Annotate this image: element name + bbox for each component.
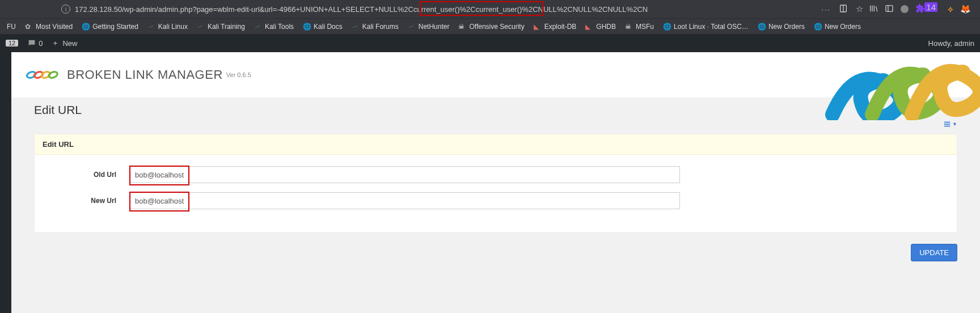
bookmark-kali-tools[interactable]: ⟋Kali Tools <box>251 21 297 32</box>
kali-icon: ⟋ <box>406 21 417 32</box>
update-button[interactable]: UPDATE <box>911 244 957 261</box>
bookmark-loot-linux[interactable]: 🌐Loot Linux · Total OSC… <box>660 21 752 32</box>
chevron-down-icon: ▼ <box>952 121 957 127</box>
list-toggle-icon[interactable]: ▼ <box>943 120 957 128</box>
bookmark-kali-training[interactable]: ⟋Kali Training <box>193 21 248 32</box>
bookmark-fu[interactable]: FU <box>3 21 19 32</box>
info-icon[interactable]: i <box>61 5 70 14</box>
kali-icon: ⟋ <box>196 21 206 32</box>
browser-url-bar: i 172.28.128.50/wp-admin/admin.php?page=… <box>0 0 980 18</box>
wp-admin-bar: 12 0 ＋ New Howdy, admin <box>0 34 980 52</box>
bookmark-most-visited[interactable]: ✿Most Visited <box>22 21 76 32</box>
bookmark-getting-started[interactable]: 🌐Getting Started <box>78 21 142 32</box>
url-highlight-box <box>420 1 543 16</box>
svg-rect-6 <box>886 5 893 11</box>
extensions-icon[interactable]: 14 <box>915 3 941 15</box>
wp-updates-count[interactable]: 12 <box>6 40 18 46</box>
content-area: BROKEN LINK MANAGER Ver 0.6.5 Edit URL ▼… <box>11 52 980 313</box>
reader-icon[interactable] <box>839 4 848 15</box>
wp-howdy[interactable]: Howdy, admin <box>928 39 974 48</box>
bookmark-toolbar: FU ✿Most Visited 🌐Getting Started ⟋Kali … <box>0 18 980 34</box>
plugin-header: BROKEN LINK MANAGER Ver 0.6.5 <box>11 52 980 98</box>
twist-logo-icon <box>810 52 980 120</box>
bookmark-exploit-db[interactable]: ◣Exploit-DB <box>530 21 580 32</box>
plugin-version: Ver 0.6.5 <box>226 71 251 78</box>
bookmark-kali-linux[interactable]: ⟋Kali Linux <box>144 21 191 32</box>
tag-icon: ◣ <box>534 23 542 31</box>
library-icon[interactable] <box>869 4 878 15</box>
kali-icon: ⟋ <box>253 21 264 32</box>
bookmark-ghdb[interactable]: ◣GHDB <box>582 21 619 32</box>
circle-icon[interactable] <box>901 5 909 13</box>
bookmark-nethunter[interactable]: ⟋NetHunter <box>404 21 453 32</box>
bookmark-kali-docs[interactable]: 🌐Kali Docs <box>299 21 346 32</box>
bookmark-offensive-security[interactable]: ☠Offensive Security <box>455 21 527 32</box>
wp-comments[interactable]: 0 <box>27 39 43 48</box>
globe-icon: 🌐 <box>663 23 671 31</box>
kali-icon: ⟋ <box>146 21 157 32</box>
kali-icon: ⟋ <box>350 21 361 32</box>
page-actions-icon[interactable]: ··· <box>821 5 831 14</box>
bookmark-new-orders-2[interactable]: 🌐New Orders <box>810 21 864 32</box>
old-url-label: Old Url <box>50 171 130 179</box>
old-url-input[interactable] <box>130 166 680 183</box>
wp-new-button[interactable]: ＋ New <box>52 38 77 48</box>
new-url-input[interactable] <box>130 192 680 209</box>
plugin-title: BROKEN LINK MANAGER <box>67 67 223 82</box>
bookmark-star-icon[interactable]: ☆ <box>856 4 863 14</box>
new-url-row: New Url <box>50 192 941 209</box>
sidebar-icon[interactable] <box>885 4 894 15</box>
globe-icon: 🌐 <box>303 23 311 31</box>
panel-title: Edit URL <box>35 134 957 155</box>
old-url-row: Old Url <box>50 166 941 183</box>
extension-badge: 14 <box>924 2 937 12</box>
browser-right-icons: 14 ⟡ 🦊 <box>869 3 971 15</box>
globe-icon: 🌐 <box>814 23 822 31</box>
svg-line-5 <box>876 6 877 11</box>
gear-icon: ✿ <box>25 23 33 31</box>
new-url-label: New Url <box>50 197 130 205</box>
tag-icon: ◣ <box>585 23 593 31</box>
firefox-icon[interactable]: 🦊 <box>960 4 971 14</box>
skull-icon: ☠ <box>625 23 633 31</box>
amazon-icon[interactable]: ⟡ <box>948 4 953 14</box>
chain-logo-icon <box>25 67 61 83</box>
bookmark-new-orders-1[interactable]: 🌐New Orders <box>754 21 808 32</box>
bookmark-msfu[interactable]: ☠MSFu <box>622 21 657 32</box>
globe-icon: 🌐 <box>82 23 90 31</box>
plus-icon: ＋ <box>52 38 59 48</box>
edit-url-panel: Edit URL Old Url New Url <box>34 134 957 232</box>
skull-icon: ☠ <box>458 23 466 31</box>
bookmark-kali-forums[interactable]: ⟋Kali Forums <box>348 21 402 32</box>
globe-icon: 🌐 <box>758 23 766 31</box>
